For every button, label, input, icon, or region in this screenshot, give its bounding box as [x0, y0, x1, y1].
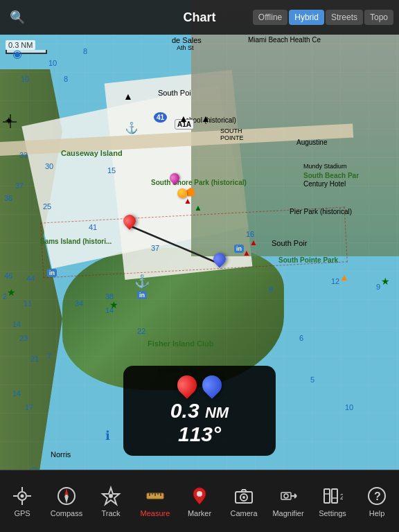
measure-dot-red: [173, 371, 201, 399]
buoy-black-2: [179, 112, 188, 125]
label-causeway-island: Causeway Island: [61, 149, 123, 157]
toolbar-help-label: Help: [369, 509, 385, 517]
help-icon: ?: [366, 485, 388, 507]
label-sams-island: Sams Island (histori...: [40, 238, 112, 245]
label-augustine: Augustine: [296, 139, 327, 146]
measure-icon: [144, 485, 166, 507]
depth-8c: 8: [269, 285, 273, 294]
toolbar: GPS Compass Track: [0, 470, 399, 532]
label-south-pointe-park: South Pointe Park: [278, 256, 338, 264]
depth-17: 17: [25, 403, 33, 411]
star-marker-1: ★: [7, 287, 16, 298]
buoy-green-1: [194, 201, 202, 213]
toolbar-settings-label: Settings: [319, 509, 346, 517]
depth-9: 9: [376, 283, 380, 291]
svg-rect-30: [332, 489, 337, 503]
camera-icon: [233, 485, 255, 507]
measure-popup: 0.3 NM 113°: [123, 366, 276, 456]
depth-10b: 10: [21, 75, 29, 83]
toolbar-camera-label: Camera: [230, 509, 257, 517]
depth-12: 12: [331, 277, 339, 285]
toolbar-compass[interactable]: Compass: [44, 470, 89, 532]
anchor-icon-1: ⚓: [125, 121, 139, 134]
buoy-yellow-1: ▲: [339, 272, 349, 283]
toolbar-gps[interactable]: GPS: [0, 470, 44, 532]
depth-37b: 37: [151, 244, 159, 252]
label-norris: Norris: [51, 450, 71, 459]
measure-distance: 0.3 NM: [170, 399, 229, 423]
toolbar-track-label: Track: [101, 509, 120, 517]
toolbar-compass-label: Compass: [51, 509, 82, 517]
label-century-hotel: Century Hotel: [303, 180, 346, 188]
scale-bar-line: [6, 50, 47, 54]
toolbar-marker-label: Marker: [188, 509, 211, 517]
toolbar-camera[interactable]: Camera: [222, 470, 266, 532]
map-type-offline[interactable]: Offline: [253, 10, 287, 25]
depth-30: 30: [45, 162, 53, 170]
label-south-pointe: SOUTHPOINTE: [220, 127, 244, 141]
map-type-selector: Offline Hybrid Streets Topo: [253, 10, 393, 25]
depth-33: 33: [19, 151, 28, 159]
compass-icon: [55, 485, 78, 507]
depth-23: 23: [19, 334, 28, 342]
buoy-black-3: [201, 112, 211, 125]
depth-22: 22: [137, 327, 145, 335]
map-type-streets[interactable]: Streets: [326, 10, 363, 25]
depth-14a: 14: [12, 320, 21, 328]
info-circle: ℹ: [105, 428, 110, 443]
depth-46: 46: [4, 272, 12, 280]
depth-6: 6: [299, 334, 303, 342]
marker-orange-1: [177, 188, 187, 198]
gps-icon: [11, 485, 33, 507]
label-miami-health: Miami Beach Health Ce: [248, 36, 321, 44]
track-icon: [100, 485, 122, 507]
label-ath-st: Ath St: [177, 44, 194, 51]
depth-15: 15: [107, 166, 116, 175]
measure-pin-red[interactable]: [123, 215, 136, 230]
toolbar-magnifier-label: Magnifier: [272, 509, 303, 517]
label-south-poi: South Poi: [158, 89, 191, 97]
svg-point-19: [197, 491, 202, 497]
star-marker-2: ★: [109, 299, 118, 310]
svg-point-6: [21, 495, 24, 498]
svg-point-22: [242, 496, 245, 499]
label-south-shore-park: South Shore Park (historical): [151, 179, 247, 186]
label-south-beach-par: South Beach Par: [303, 172, 359, 179]
depth-8b: 8: [64, 75, 68, 83]
toolbar-help[interactable]: ? Help: [355, 470, 399, 532]
settings-icon: 2x: [321, 485, 344, 507]
toolbar-measure-label: Measure: [141, 509, 170, 517]
label-fisher-island-club: Fisher Island Club: [148, 339, 213, 348]
svg-text:?: ?: [374, 490, 381, 502]
map-type-hybrid[interactable]: Hybrid: [289, 10, 324, 25]
label-south-poir: South Poir: [272, 239, 307, 247]
star-marker-3: ★: [381, 276, 390, 287]
label-mundy-stadium: Mundy Stadium: [303, 163, 347, 170]
compass-star: ✦: [4, 114, 13, 127]
marker-icon: [188, 485, 211, 507]
location-marker-top: ◉: [12, 47, 22, 60]
toolbar-measure[interactable]: Measure: [133, 470, 177, 532]
svg-point-10: [65, 495, 68, 497]
toolbar-magnifier[interactable]: Magnifier: [266, 470, 310, 532]
search-icon[interactable]: 🔍: [10, 10, 25, 25]
depth-37a: 37: [15, 181, 24, 190]
depth-7: 7: [47, 352, 51, 360]
measure-dot-blue: [198, 371, 226, 399]
buoy-yellow-channel: ⬟: [186, 186, 195, 199]
map-type-topo[interactable]: Topo: [364, 10, 393, 25]
header: 🔍 Chart Offline Hybrid Streets Topo: [0, 0, 399, 35]
toolbar-settings[interactable]: 2x Settings: [310, 470, 355, 532]
toolbar-marker[interactable]: Marker: [177, 470, 222, 532]
depth-11: 11: [24, 299, 32, 308]
toolbar-track[interactable]: Track: [89, 470, 133, 532]
toolbar-gps-label: GPS: [14, 509, 30, 517]
header-title: Chart: [183, 10, 215, 25]
measure-bearing: 113°: [178, 423, 221, 446]
in-badge-1: in: [234, 245, 244, 253]
measure-dots: [177, 375, 222, 395]
label-pier-park: Pier Park (historical): [290, 208, 352, 215]
depth-25: 25: [43, 202, 51, 211]
measure-pin-blue[interactable]: [213, 253, 226, 268]
svg-point-27: [284, 494, 288, 498]
